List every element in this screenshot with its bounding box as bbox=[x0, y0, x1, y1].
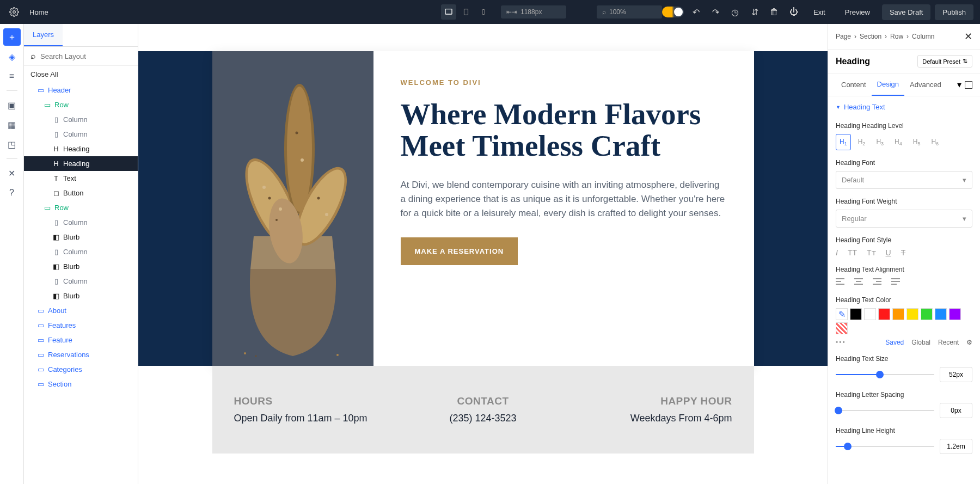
tab-content[interactable]: Content bbox=[836, 74, 872, 95]
gear-icon[interactable] bbox=[7, 4, 22, 20]
tree-item[interactable]: ▯Column bbox=[24, 127, 138, 142]
save-draft-button[interactable]: Save Draft bbox=[882, 4, 930, 20]
tree-item[interactable]: HHeading bbox=[24, 156, 138, 171]
tree-item[interactable]: TText bbox=[24, 171, 138, 186]
theme-toggle[interactable] bbox=[662, 7, 684, 17]
sort-icon[interactable]: ⇵ bbox=[747, 4, 762, 20]
h1-button[interactable]: H1 bbox=[836, 134, 851, 150]
reservation-button[interactable]: MAKE A RESERVATION bbox=[401, 237, 518, 265]
tree-item[interactable]: ◧Blurb bbox=[24, 230, 138, 244]
tablet-icon[interactable] bbox=[458, 4, 474, 20]
more-colors-icon[interactable]: ••• bbox=[836, 339, 846, 346]
main-heading[interactable]: Where Modern Flavors Meet Timeless Craft bbox=[401, 99, 727, 162]
color-swatch[interactable] bbox=[935, 308, 947, 320]
tree-item[interactable]: ▯Column bbox=[24, 112, 138, 127]
home-label[interactable]: Home bbox=[29, 8, 48, 16]
tree-item[interactable]: ▭Row bbox=[24, 97, 138, 112]
undo-icon[interactable]: ↶ bbox=[688, 4, 703, 20]
tree-item[interactable]: ◻Button bbox=[24, 186, 138, 200]
tree-item[interactable]: HHeading bbox=[24, 142, 138, 156]
tab-design[interactable]: Design bbox=[872, 73, 904, 96]
add-icon[interactable]: ＋ bbox=[3, 28, 21, 46]
tree-item[interactable]: ▭Feature bbox=[24, 333, 138, 347]
tree-item[interactable]: ▭Categories bbox=[24, 362, 138, 377]
color-swatch[interactable] bbox=[906, 308, 918, 320]
h4-button[interactable]: H4 bbox=[891, 134, 906, 150]
h6-button[interactable]: H6 bbox=[927, 134, 942, 150]
size-slider[interactable] bbox=[836, 374, 934, 375]
uppercase-icon[interactable]: TT bbox=[848, 248, 857, 257]
layers-tab[interactable]: Layers bbox=[24, 24, 63, 46]
underline-icon[interactable]: U bbox=[886, 248, 891, 257]
colors-gear-icon[interactable]: ⚙ bbox=[966, 339, 972, 346]
tree-item[interactable]: ◧Blurb bbox=[24, 259, 138, 274]
chevron-down-icon[interactable]: ▾ bbox=[957, 79, 961, 90]
color-swatch[interactable] bbox=[921, 308, 933, 320]
color-swatch[interactable] bbox=[864, 308, 876, 320]
tree-item[interactable]: ◧Blurb bbox=[24, 289, 138, 303]
section-heading-text[interactable]: Heading Text bbox=[828, 96, 980, 118]
redo-icon[interactable]: ↷ bbox=[708, 4, 723, 20]
library-icon[interactable]: ▦ bbox=[3, 116, 21, 133]
color-swatch[interactable] bbox=[850, 308, 862, 320]
colors-global-tab[interactable]: Global bbox=[911, 339, 930, 346]
lineheight-input[interactable] bbox=[940, 439, 972, 454]
close-icon[interactable]: ✕ bbox=[964, 30, 972, 42]
size-input[interactable] bbox=[940, 367, 972, 382]
lineheight-slider[interactable] bbox=[836, 446, 934, 447]
tree-item[interactable]: ▯Column bbox=[24, 274, 138, 289]
tree-item[interactable]: ▯Column bbox=[24, 244, 138, 259]
canvas[interactable]: WELCOME TO DIVI Where Modern Flavors Mee… bbox=[138, 24, 828, 484]
tree-item[interactable]: ▭Row bbox=[24, 200, 138, 215]
mobile-icon[interactable] bbox=[476, 4, 491, 20]
search-input[interactable] bbox=[40, 52, 132, 60]
align-justify-icon[interactable] bbox=[891, 278, 900, 287]
h5-button[interactable]: H5 bbox=[909, 134, 924, 150]
italic-icon[interactable]: I bbox=[836, 248, 838, 257]
publish-button[interactable]: Publish bbox=[935, 4, 973, 20]
import-icon[interactable]: ◳ bbox=[3, 136, 21, 153]
exit-button[interactable]: Exit bbox=[806, 4, 833, 20]
lines-icon[interactable]: ≡ bbox=[3, 68, 21, 85]
colors-recent-tab[interactable]: Recent bbox=[938, 339, 959, 346]
tree-item[interactable]: ▭Features bbox=[24, 318, 138, 333]
info-col: CONTACT(235) 124-3523 bbox=[400, 395, 566, 424]
spacing-slider[interactable] bbox=[836, 410, 934, 411]
desktop-icon[interactable] bbox=[441, 4, 456, 20]
color-swatch[interactable] bbox=[878, 308, 890, 320]
smallcaps-icon[interactable]: Tᴛ bbox=[867, 248, 876, 257]
width-input[interactable]: ⇤⇥1188px bbox=[501, 5, 566, 19]
tree-item[interactable]: ▭Section bbox=[24, 377, 138, 391]
transparent-swatch[interactable] bbox=[836, 322, 848, 334]
align-left-icon[interactable] bbox=[836, 278, 844, 287]
align-center-icon[interactable] bbox=[854, 278, 863, 287]
tree-item[interactable]: ▭Header bbox=[24, 83, 138, 97]
trash-icon[interactable]: 🗑 bbox=[767, 4, 782, 20]
preview-button[interactable]: Preview bbox=[837, 4, 878, 20]
help-icon[interactable]: ? bbox=[3, 184, 21, 201]
power-icon[interactable]: ⏻ bbox=[786, 4, 801, 20]
layers-icon[interactable]: ◈ bbox=[3, 48, 21, 65]
tools-icon[interactable]: ✕ bbox=[3, 164, 21, 182]
zoom-input[interactable]: ⌕100% bbox=[597, 5, 662, 19]
color-swatch[interactable] bbox=[892, 308, 904, 320]
history-icon[interactable]: ◷ bbox=[727, 4, 743, 20]
h3-button[interactable]: H3 bbox=[872, 134, 887, 150]
tree-item[interactable]: ▭Reservations bbox=[24, 347, 138, 362]
tab-advanced[interactable]: Advanced bbox=[904, 74, 947, 95]
eyedropper-icon[interactable]: ✎ bbox=[836, 308, 848, 320]
font-select[interactable]: Default▾ bbox=[836, 171, 972, 189]
align-right-icon[interactable] bbox=[873, 278, 881, 287]
close-all-button[interactable]: Close All bbox=[24, 66, 138, 83]
preset-button[interactable]: Default Preset ⇅ bbox=[917, 55, 972, 68]
color-swatch[interactable] bbox=[949, 308, 961, 320]
spacing-input[interactable] bbox=[940, 403, 972, 418]
strikethrough-icon[interactable]: T bbox=[901, 248, 906, 257]
tree-item[interactable]: ▭About bbox=[24, 303, 138, 318]
h2-button[interactable]: H2 bbox=[854, 134, 869, 150]
colors-saved-tab[interactable]: Saved bbox=[885, 339, 904, 346]
tree-item[interactable]: ▯Column bbox=[24, 215, 138, 230]
template-icon[interactable]: ▣ bbox=[3, 96, 21, 114]
weight-select[interactable]: Regular▾ bbox=[836, 210, 972, 228]
expand-icon[interactable] bbox=[965, 81, 972, 89]
